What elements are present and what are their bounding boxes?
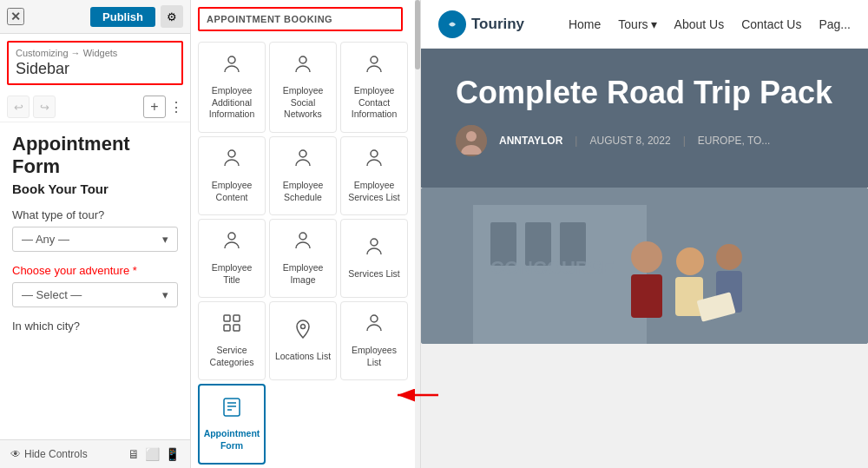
- widget-employee-content[interactable]: Employee Content: [198, 136, 266, 215]
- logo-icon: [438, 10, 466, 38]
- person-icon: [364, 236, 385, 264]
- form-icon: [221, 397, 242, 425]
- svg-point-4: [299, 150, 306, 157]
- hide-controls-button[interactable]: 👁 Hide Controls: [10, 448, 88, 460]
- widget-appointment-form[interactable]: Appointment Form: [198, 384, 266, 465]
- svg-point-14: [371, 315, 378, 322]
- top-bar: ✕ Publish ⚙: [0, 0, 190, 34]
- person-icon: [364, 313, 385, 340]
- svg-point-29: [631, 241, 662, 273]
- author-name: ANNTAYLOR: [499, 135, 562, 147]
- svg-point-33: [716, 244, 742, 270]
- widget-locations-list[interactable]: Locations List: [269, 301, 337, 380]
- location-icon: [293, 319, 313, 346]
- person-icon: [221, 54, 242, 82]
- person-icon: [293, 230, 313, 258]
- widget-label: Employee Services List: [345, 180, 404, 203]
- hero-image-bg: CONCOURSE: [421, 188, 868, 344]
- nav-bar: ↩ ↪ + ⋮: [0, 92, 190, 122]
- close-button[interactable]: ✕: [7, 8, 24, 25]
- svg-point-23: [466, 131, 477, 142]
- nav-tours[interactable]: Tours ▾: [618, 17, 656, 31]
- widget-label: Services List: [348, 268, 400, 280]
- panel-content: Appointment Form Book Your Tour What typ…: [0, 122, 190, 439]
- widget-label: Employee Title: [202, 262, 261, 286]
- widget-services-list[interactable]: Services List: [340, 219, 408, 298]
- widget-label: Service Categories: [202, 345, 261, 368]
- hero-image: CONCOURSE: [421, 188, 868, 344]
- right-panel: Touriny Home Tours ▾ About Us Contact Us…: [421, 0, 868, 468]
- desktop-view-button[interactable]: 🖥: [128, 447, 140, 461]
- widget-label: Employee Content: [202, 180, 261, 203]
- publish-button[interactable]: Publish: [90, 7, 155, 27]
- site-logo: Touriny: [438, 10, 524, 38]
- widget-employee-title[interactable]: Employee Title: [198, 219, 266, 298]
- widget-employee-schedule[interactable]: Employee Schedule: [269, 136, 337, 215]
- svg-point-2: [371, 56, 378, 63]
- svg-point-31: [676, 247, 704, 275]
- svg-text:CONCOURSE: CONCOURSE: [490, 257, 615, 279]
- nav-about[interactable]: About Us: [674, 17, 725, 31]
- svg-rect-10: [233, 315, 240, 321]
- tablet-view-button[interactable]: ⬜: [145, 447, 160, 461]
- scrollbar-thumb[interactable]: [415, 0, 420, 69]
- undo-button[interactable]: ↩: [7, 96, 30, 118]
- widget-employee-image[interactable]: Employee Image: [269, 219, 337, 298]
- breadcrumb-path: Customizing → Widgets: [16, 48, 174, 58]
- eye-icon: 👁: [10, 448, 21, 460]
- svg-rect-30: [631, 274, 662, 318]
- widget-header-area: APPOINTMENT BOOKING: [198, 7, 403, 31]
- hero-meta: ANNTAYLOR | AUGUST 8, 2022 | EUROPE, TO.…: [456, 125, 833, 156]
- tour-type-label: What type of tour?: [12, 208, 178, 221]
- breadcrumb-area: Customizing → Widgets Sidebar: [7, 41, 183, 85]
- hero-title: Complete Road Trip Pack: [456, 75, 833, 111]
- widget-label: Employee Schedule: [273, 180, 332, 203]
- tour-type-select[interactable]: — Any — ▾: [12, 227, 178, 252]
- add-widget-button[interactable]: +: [143, 96, 166, 118]
- widget-service-categories[interactable]: Service Categories: [198, 301, 266, 380]
- widget-employee-contact[interactable]: Employee Contact Information: [340, 42, 408, 133]
- svg-point-13: [301, 325, 306, 329]
- widget-employee-additional[interactable]: Employee Additional Information: [198, 42, 266, 133]
- svg-point-8: [371, 239, 378, 246]
- more-options-button[interactable]: ⋮: [169, 96, 183, 118]
- person-icon: [364, 148, 385, 175]
- person-icon: [221, 148, 242, 175]
- widget-label: Locations List: [275, 351, 331, 363]
- person-icon: [293, 54, 313, 82]
- scrollbar-track[interactable]: [415, 0, 420, 468]
- nav-contact[interactable]: Contact Us: [741, 17, 801, 31]
- widget-label: Employee Additional Information: [202, 85, 261, 121]
- svg-point-5: [371, 150, 378, 157]
- widget-employee-services[interactable]: Employee Services List: [340, 136, 408, 215]
- svg-point-0: [228, 56, 235, 63]
- site-nav: Touriny Home Tours ▾ About Us Contact Us…: [421, 0, 868, 49]
- widget-label: Employees List: [345, 345, 404, 368]
- mobile-view-button[interactable]: 📱: [165, 447, 180, 461]
- nav-page[interactable]: Pag...: [819, 17, 851, 31]
- breadcrumb-title: Sidebar: [16, 60, 174, 78]
- svg-rect-12: [233, 325, 240, 331]
- widget-label: Employee Contact Information: [345, 85, 404, 121]
- post-date: AUGUST 8, 2022: [589, 135, 670, 147]
- nav-home[interactable]: Home: [569, 17, 601, 31]
- widget-employees-list[interactable]: Employees List: [340, 301, 408, 380]
- widgets-grid: Employee Additional Information Employee…: [191, 38, 420, 468]
- redo-button[interactable]: ↪: [33, 96, 56, 118]
- form-subtitle: Book Your Tour: [12, 181, 178, 196]
- post-location: EUROPE, TO...: [698, 135, 771, 147]
- widget-employee-social[interactable]: Employee Social Networks: [269, 42, 337, 133]
- person-icon: [364, 54, 385, 82]
- site-nav-links: Home Tours ▾ About Us Contact Us Pag...: [569, 17, 851, 31]
- person-icon: [293, 148, 313, 175]
- svg-point-6: [228, 233, 235, 240]
- city-label: In which city?: [12, 320, 178, 333]
- svg-point-3: [228, 150, 235, 157]
- widget-panel-title: APPOINTMENT BOOKING: [207, 14, 394, 24]
- adventure-select[interactable]: — Select — ▾: [12, 282, 178, 307]
- widget-label: Appointment Form: [203, 428, 260, 452]
- gear-button[interactable]: ⚙: [161, 5, 183, 28]
- adventure-label: Choose your adventure *: [12, 264, 178, 277]
- person-icon: [221, 230, 242, 258]
- middle-panel: APPOINTMENT BOOKING Employee Additional …: [191, 0, 421, 468]
